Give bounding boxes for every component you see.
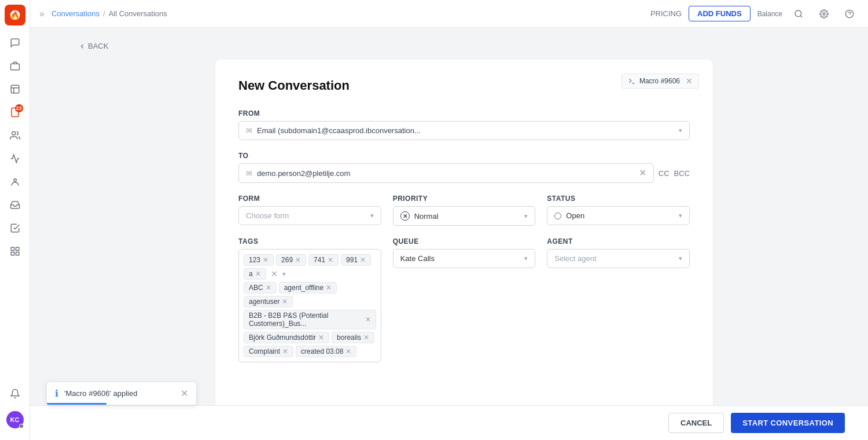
sidebar-item-notifications[interactable] — [5, 383, 25, 404]
svg-line-13 — [800, 16, 802, 17]
form-select[interactable]: Choose form ▾ — [238, 206, 381, 225]
tag-borealis-remove[interactable]: ✕ — [363, 334, 369, 341]
breadcrumb-separator: / — [103, 9, 105, 18]
tag-bjork-remove[interactable]: ✕ — [318, 334, 324, 341]
tag-a-remove[interactable]: ✕ — [255, 270, 261, 277]
agent-placeholder: Select agent — [554, 254, 596, 263]
sidebar-item-tickets[interactable]: 23 — [5, 102, 25, 123]
to-row: ✉ demo.person2@pletilje.com ✕ CC BCC — [238, 163, 690, 183]
sidebar-item-reports[interactable] — [5, 79, 25, 100]
macro-close-icon[interactable]: ✕ — [686, 76, 693, 86]
cancel-button[interactable]: CANCEL — [668, 413, 724, 433]
tags-row-2: ABC✕ agent_offline✕ agentuser✕ — [244, 282, 376, 307]
tag-269-remove[interactable]: ✕ — [295, 256, 301, 263]
sidebar-item-audit[interactable] — [5, 218, 25, 239]
queue-label: Queue — [393, 237, 536, 245]
tag-991: 991✕ — [341, 254, 371, 266]
macro-badge[interactable]: Macro #9606 ✕ — [621, 74, 699, 89]
from-value: Email (subdomain1@ccaasprod.ibconversati… — [257, 126, 674, 135]
pricing-link[interactable]: PRICING — [650, 9, 682, 18]
tags-label: Tags — [238, 237, 381, 245]
balance-label: Balance — [757, 10, 782, 18]
tickets-badge: 23 — [15, 104, 23, 112]
tag-b2b: B2B - B2B P&S (Potential Customers)_Bus.… — [244, 310, 376, 329]
user-avatar[interactable]: KC — [6, 411, 24, 428]
tag-created: created 03.08✕ — [296, 346, 356, 357]
to-clear-icon[interactable]: ✕ — [639, 168, 646, 178]
sidebar-item-chat[interactable] — [5, 32, 25, 53]
agent-select[interactable]: Select agent ▾ — [547, 249, 690, 268]
settings-button[interactable] — [815, 5, 833, 23]
email-icon: ✉ — [246, 126, 252, 135]
tags-area[interactable]: 123✕ 269✕ 741✕ 991✕ a✕ ✕ ▾ ABC✕ agent_of… — [238, 249, 381, 362]
svg-rect-2 — [10, 64, 19, 70]
tags-row-3: B2B - B2B P&S (Potential Customers)_Bus.… — [244, 310, 376, 329]
svg-point-7 — [13, 179, 16, 182]
to-input-wrap[interactable]: ✉ demo.person2@pletilje.com ✕ — [238, 163, 654, 183]
cc-bcc-buttons: CC BCC — [659, 169, 690, 178]
svg-point-6 — [12, 131, 15, 135]
start-conversation-button[interactable]: START CONVERSATION — [731, 413, 845, 433]
sidebar-item-team[interactable] — [5, 171, 25, 192]
back-label: BACK — [88, 42, 108, 50]
tag-agentuser-remove[interactable]: ✕ — [282, 298, 288, 305]
status-select[interactable]: Open ▾ — [547, 206, 690, 225]
toast-close-icon[interactable]: ✕ — [181, 388, 188, 399]
queue-chevron-icon: ▾ — [524, 255, 528, 262]
online-status-dot — [19, 424, 24, 428]
tag-created-remove[interactable]: ✕ — [345, 348, 351, 355]
help-button[interactable] — [840, 5, 859, 23]
back-link[interactable]: BACK — [79, 42, 849, 50]
queue-group: Queue Kate Calls ▾ — [393, 237, 536, 268]
expand-icon[interactable]: » — [39, 9, 45, 19]
tag-agent-offline: agent_offline✕ — [279, 282, 337, 294]
to-label: To — [238, 152, 690, 160]
new-conversation-card: New Conversation Macro #9606 ✕ From ✉ Em… — [215, 60, 713, 420]
tag-123-remove[interactable]: ✕ — [263, 256, 269, 263]
priority-select[interactable]: ✕ Normal ▾ — [393, 206, 536, 226]
toast-progress-bar — [47, 403, 106, 405]
add-funds-button[interactable]: ADD FUNDS — [689, 6, 751, 21]
status-value: Open — [566, 211, 584, 220]
from-chevron-icon: ▾ — [679, 127, 682, 134]
tag-agentuser: agentuser✕ — [244, 296, 293, 307]
priority-icon: ✕ — [400, 211, 410, 221]
sidebar-item-grid[interactable] — [5, 241, 25, 262]
tag-991-remove[interactable]: ✕ — [360, 256, 366, 263]
queue-select[interactable]: Kate Calls ▾ — [393, 249, 536, 268]
sidebar: ⬤ 🔥 23 — [0, 0, 30, 440]
sidebar-item-analytics[interactable] — [5, 148, 25, 169]
toast-info-icon: ℹ — [55, 388, 58, 399]
bcc-button[interactable]: BCC — [674, 169, 690, 178]
search-button[interactable] — [789, 5, 808, 23]
sidebar-item-inbox[interactable] — [5, 195, 25, 215]
from-select[interactable]: ✉ Email (subdomain1@ccaasprod.ibconversa… — [238, 121, 690, 140]
sidebar-item-briefcase[interactable] — [5, 56, 25, 76]
status-label: Status — [547, 195, 690, 203]
app-logo[interactable]: ⬤ 🔥 — [5, 5, 25, 25]
svg-rect-9 — [16, 247, 19, 250]
svg-rect-8 — [11, 247, 14, 250]
priority-label: Priority — [393, 195, 536, 203]
svg-rect-3 — [11, 85, 19, 93]
svg-rect-10 — [11, 252, 14, 255]
cc-button[interactable]: CC — [659, 169, 670, 178]
breadcrumb-conversations[interactable]: Conversations — [52, 9, 100, 18]
tag-741-remove[interactable]: ✕ — [328, 256, 333, 263]
tag-a: a✕ — [244, 268, 266, 280]
tag-abc: ABC✕ — [244, 282, 277, 294]
status-chevron-icon: ▾ — [679, 212, 682, 219]
tags-chevron-icon[interactable]: ▾ — [282, 270, 286, 278]
breadcrumb-current: All Conversations — [109, 9, 167, 18]
to-group: To ✉ demo.person2@pletilje.com ✕ CC BCC — [238, 152, 690, 183]
to-email-icon: ✉ — [246, 169, 252, 178]
agent-chevron-icon: ▾ — [679, 255, 682, 262]
sidebar-item-contacts[interactable] — [5, 125, 25, 146]
main-content: BACK New Conversation Macro #9606 ✕ From… — [60, 28, 868, 440]
tag-bjork: Björk Guðmundsdóttir✕ — [244, 332, 329, 343]
tag-complaint-remove[interactable]: ✕ — [282, 348, 288, 355]
tag-agent-offline-remove[interactable]: ✕ — [326, 284, 332, 291]
tags-clear-icon[interactable]: ✕ — [271, 269, 278, 278]
tag-abc-remove[interactable]: ✕ — [266, 284, 271, 291]
tag-b2b-remove[interactable]: ✕ — [365, 316, 371, 323]
